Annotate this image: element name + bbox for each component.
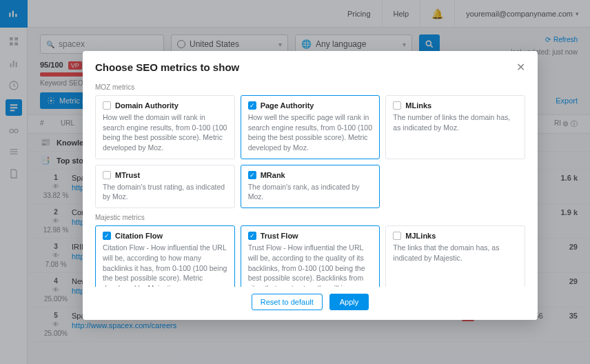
majestic-section-label: Majestic metrics (95, 208, 525, 225)
metric-title: MLinks (405, 101, 431, 110)
metric-desc: The links that the domain has, as indica… (393, 243, 518, 263)
metric-desc: The number of links the domain has, as i… (393, 112, 518, 132)
metric-desc: Citation Flow - How influential the URL … (103, 243, 227, 287)
metric-card[interactable]: MLinksThe number of links the domain has… (385, 95, 525, 159)
metric-head: MTrust (103, 171, 227, 179)
metric-title: Page Authority (261, 101, 314, 110)
metric-title: MTrust (115, 171, 140, 179)
metric-card[interactable]: ✓Page AuthorityHow well the specific pag… (241, 95, 380, 159)
metric-title: MJLinks (405, 232, 436, 240)
seo-metrics-modal: Choose SEO metrics to show ✕ MOZ metrics… (83, 51, 538, 320)
metric-title: MRank (261, 171, 285, 179)
metric-card[interactable]: ✓Trust FlowTrust Flow - How influential … (241, 225, 380, 287)
reset-button[interactable]: Reset to default (252, 294, 323, 310)
metric-checkbox[interactable]: ✓ (103, 232, 111, 240)
metric-title: Citation Flow (115, 232, 163, 240)
metric-checkbox[interactable]: ✓ (248, 101, 256, 110)
modal-close-button[interactable]: ✕ (516, 61, 525, 74)
metric-checkbox[interactable] (393, 101, 401, 110)
metric-head: ✓Page Authority (248, 101, 373, 110)
metric-desc: How well the specific page will rank in … (248, 112, 373, 153)
metric-desc: How well the domain will rank in search … (103, 112, 227, 153)
metric-card[interactable]: Domain AuthorityHow well the domain will… (95, 95, 235, 159)
modal-footer: Reset to default Apply (83, 287, 538, 320)
metric-head: ✓MRank (248, 171, 373, 179)
metric-card[interactable]: ✓MRankThe domain's rank, as indicated by… (241, 165, 380, 208)
modal-title: Choose SEO metrics to show (95, 61, 516, 73)
metric-desc: The domain's trust rating, as indicated … (103, 182, 227, 202)
metric-desc: The domain's rank, as indicated by Moz. (248, 182, 373, 202)
modal-header: Choose SEO metrics to show ✕ (83, 51, 538, 78)
metric-checkbox[interactable] (103, 171, 111, 179)
metric-checkbox[interactable]: ✓ (248, 171, 256, 179)
metric-head: MLinks (393, 101, 518, 110)
metric-checkbox[interactable] (103, 101, 111, 110)
moz-section-label: MOZ metrics (95, 78, 525, 95)
metric-head: ✓Trust Flow (248, 232, 373, 240)
metric-head: ✓Citation Flow (103, 232, 227, 240)
modal-body: MOZ metrics Domain AuthorityHow well the… (83, 78, 538, 287)
metric-head: Domain Authority (103, 101, 227, 110)
metric-desc: Trust Flow - How influential the URL wil… (248, 243, 373, 287)
metric-checkbox[interactable]: ✓ (248, 232, 256, 240)
metric-card[interactable]: ✓Citation FlowCitation Flow - How influe… (95, 225, 235, 287)
metric-title: Trust Flow (261, 232, 298, 240)
metric-head: MJLinks (393, 232, 518, 240)
metric-card[interactable]: MTrustThe domain's trust rating, as indi… (95, 165, 235, 208)
apply-button[interactable]: Apply (329, 294, 369, 310)
metric-checkbox[interactable] (393, 232, 401, 240)
metric-title: Domain Authority (115, 101, 179, 110)
metric-card[interactable]: MJLinksThe links that the domain has, as… (385, 225, 525, 287)
